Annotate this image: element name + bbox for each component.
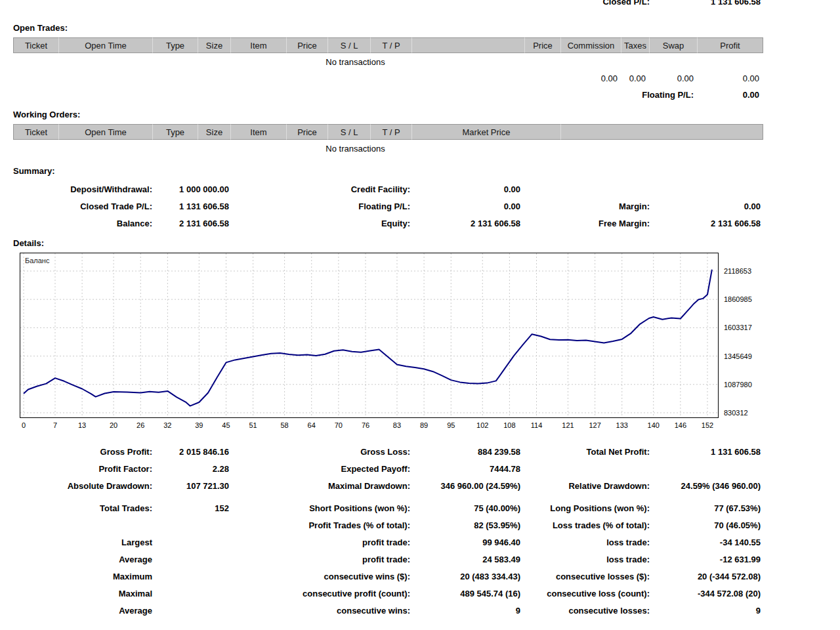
stat-label: Relative Drawdown:	[520, 477, 650, 494]
stat-value: 99 946.40	[410, 534, 520, 551]
stat-value: 346 960.00 (24.59%)	[410, 477, 520, 494]
stat-value	[152, 551, 229, 568]
grid-row: Deposit/Withdrawal:1 000 000.00Credit Fa…	[13, 180, 761, 198]
grid-row: Maximalconsecutive profit (count):489 54…	[13, 585, 761, 602]
stat-label: Expected Payoff:	[229, 460, 410, 477]
header-cell-commission: Commission	[561, 37, 621, 53]
stat-label: Short Positions (won %):	[229, 499, 410, 516]
y-tick-label: 1603317	[724, 324, 752, 331]
stat-label: consecutive profit (count):	[229, 585, 410, 602]
grid-row: Gross Profit:2 015 846.16Gross Loss:884 …	[13, 443, 761, 460]
x-tick-label: 51	[249, 421, 257, 429]
stat-value: 1 131 606.58	[650, 443, 761, 460]
stat-label: Margin:	[520, 198, 650, 215]
summary-grid: Deposit/Withdrawal:1 000 000.00Credit Fa…	[13, 180, 761, 232]
header-cell-open-time: Open Time	[59, 124, 153, 140]
stat-label: loss trade:	[520, 534, 650, 551]
stat-value: 0.00	[650, 198, 761, 215]
stat-value: 70 (46.05%)	[650, 516, 761, 534]
grid-row: Averageprofit trade:24 583.49loss trade:…	[13, 551, 761, 568]
stat-label: Long Positions (won %):	[520, 499, 650, 516]
stat-label: Balance:	[13, 215, 152, 232]
stat-value: 7444.78	[410, 460, 520, 477]
open-trades-title: Open Trades:	[0, 23, 840, 37]
grid-row: Total Trades:152Short Positions (won %):…	[13, 499, 761, 516]
x-tick-label: 152	[702, 421, 713, 429]
header-cell-price: Price	[525, 37, 561, 53]
x-tick-label: 127	[589, 421, 600, 429]
header-cell-swap: Swap	[650, 37, 698, 53]
stat-label: Maximal	[13, 585, 152, 602]
header-cell-t-p: T / P	[371, 124, 412, 140]
stat-value	[152, 534, 229, 551]
stat-value: 884 239.58	[410, 443, 520, 460]
working-orders-empty-row: No transactions	[13, 140, 763, 157]
stat-label: profit trade:	[229, 551, 410, 568]
open-trades-empty-row: No transactions	[13, 53, 763, 70]
header-cell-s-l: S / L	[328, 37, 371, 53]
stat-label: Gross Profit:	[13, 443, 152, 460]
x-tick-label: 108	[503, 421, 515, 429]
stat-label: consecutive loss (count):	[520, 585, 650, 602]
closed-pl-grid: Closed P/L: 1 131 606.58	[13, 0, 761, 7]
x-tick-label: 140	[648, 421, 660, 429]
header-cell-open-time: Open Time	[59, 37, 153, 53]
stat-value: -344 572.08 (20)	[650, 585, 761, 602]
header-cell-type: Type	[153, 37, 198, 53]
working-orders-section: Working Orders: TicketOpen TimeTypeSizeI…	[0, 110, 840, 157]
stat-value	[152, 602, 229, 619]
x-tick-label: 121	[562, 421, 574, 429]
chart-series-label: Баланс	[25, 257, 50, 264]
stat-label: profit trade:	[229, 534, 410, 551]
x-tick-label: 13	[78, 421, 86, 429]
stat-label: loss trade:	[520, 551, 650, 568]
x-tick-label: 76	[362, 421, 369, 429]
x-tick-label: 102	[476, 421, 488, 429]
empty-cell	[229, 0, 410, 7]
header-cell-item: Item	[231, 37, 287, 53]
open-trades-header-row: TicketOpen TimeTypeSizeItemPriceS / LT /…	[13, 37, 763, 53]
y-axis-labels: 8303121087980134564916033171860985211865…	[724, 267, 752, 417]
y-tick-label: 830312	[724, 409, 748, 417]
working-orders-header-row: TicketOpen TimeTypeSizeItemPriceS / LT /…	[13, 124, 763, 140]
header-cell-blank	[412, 37, 525, 53]
x-axis-labels: 0713202632394551586470768389951021081141…	[22, 421, 713, 429]
working-orders-table: TicketOpen TimeTypeSizeItemPriceS / LT /…	[13, 124, 763, 157]
floating-pl-row: Floating P/L: 0.00	[13, 86, 763, 103]
x-tick-label: 26	[136, 421, 144, 429]
y-tick-label: 1345649	[724, 352, 752, 360]
stat-label: Largest	[13, 534, 152, 551]
x-tick-label: 95	[447, 421, 455, 429]
stat-value: 20 (483 334.43)	[410, 568, 520, 585]
stat-label: consecutive losses ($):	[520, 568, 650, 585]
stat-value: 1 000 000.00	[152, 180, 229, 198]
empty-cell	[13, 70, 561, 86]
stat-value: 489 545.74 (16)	[410, 585, 520, 602]
grid-row: Absolute Drawdown:107 721.30Maximal Draw…	[13, 477, 761, 494]
stat-label: Maximum	[13, 568, 152, 585]
open-trades-section: Open Trades: TicketOpen TimeTypeSizeItem…	[0, 23, 840, 103]
stat-label	[520, 460, 650, 477]
stat-label: Maximal Drawdown:	[229, 477, 410, 494]
balance-chart-svg: Баланс0713202632394551586470768389951021…	[20, 253, 781, 431]
stat-label: Profit Factor:	[13, 460, 152, 477]
stat-label	[13, 516, 152, 534]
stat-label: consecutive wins ($):	[229, 568, 410, 585]
stat-value: 2 015 846.16	[152, 443, 229, 460]
header-cell-type: Type	[153, 124, 198, 140]
details-grid-bottom: Total Trades:152Short Positions (won %):…	[13, 499, 761, 619]
stat-value: 2.28	[152, 460, 229, 477]
stat-label: Closed Trade P/L:	[13, 198, 152, 215]
y-tick-label: 1087980	[724, 381, 752, 388]
x-tick-label: 70	[335, 421, 343, 429]
stat-value	[650, 460, 761, 477]
stat-value: 24 583.49	[410, 551, 520, 568]
header-cell-ticket: Ticket	[13, 124, 59, 140]
stat-value	[152, 516, 229, 534]
x-tick-label: 58	[280, 421, 288, 429]
summary-section: Summary: Deposit/Withdrawal:1 000 000.00…	[0, 166, 840, 232]
stat-value: 152	[152, 499, 229, 516]
closed-pl-value: 1 131 606.58	[650, 0, 761, 7]
header-cell-s-l: S / L	[328, 124, 371, 140]
header-cell-profit: Profit	[698, 37, 763, 53]
